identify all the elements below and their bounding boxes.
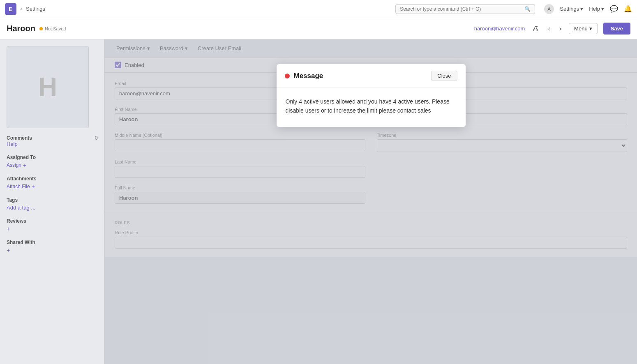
record-bar: Haroon Not Saved haroon@havenir.com 🖨 ‹ … (0, 18, 637, 39)
shared-plus-icon: + (7, 247, 10, 253)
reviews-add[interactable]: + (7, 226, 98, 232)
search-icon: 🔍 (524, 6, 531, 12)
not-saved-dot (39, 27, 43, 30)
sidebar-tags: Tags Add a tag ... (7, 197, 98, 211)
main-layout: H Comments 0 Help Assigned To Assign + A… (0, 39, 637, 364)
search-input[interactable] (400, 6, 522, 12)
attach-plus-icon: + (32, 183, 35, 190)
avatar[interactable]: A (544, 4, 554, 14)
top-nav: E > Settings 🔍 A Settings ▾ Help ▾ 💬 🔔 (0, 0, 637, 18)
assign-action[interactable]: Assign + (7, 162, 98, 168)
nav-right: A Settings ▾ Help ▾ 💬 🔔 (544, 4, 632, 14)
reviews-plus-icon: + (7, 226, 10, 232)
user-email-link[interactable]: haroon@havenir.com (474, 25, 525, 32)
chat-icon[interactable]: 💬 (610, 5, 618, 13)
help-nav-link[interactable]: Help ▾ (589, 6, 604, 12)
modal-overlay: Message Close Only 4 active users allowe… (105, 39, 637, 364)
next-button[interactable]: › (558, 23, 563, 34)
sidebar-assigned-to: Assigned To Assign + (7, 154, 98, 168)
sidebar-comments: Comments 0 Help (7, 135, 98, 147)
sidebar: H Comments 0 Help Assigned To Assign + A… (0, 39, 105, 364)
not-saved-badge: Not Saved (39, 26, 66, 31)
user-avatar: H (7, 46, 89, 128)
modal-title: Message (294, 72, 427, 80)
breadcrumb-sep: > (20, 6, 23, 12)
message-modal: Message Close Only 4 active users allowe… (277, 64, 466, 127)
help-link[interactable]: Help (7, 141, 18, 147)
modal-body: Only 4 active users allowed and you have… (277, 88, 466, 127)
menu-button[interactable]: Menu ▾ (569, 23, 598, 34)
sidebar-reviews: Reviews + (7, 218, 98, 232)
add-tag[interactable]: Add a tag ... (7, 205, 35, 211)
modal-header: Message Close (277, 64, 466, 88)
record-actions: haroon@havenir.com 🖨 ‹ › Menu ▾ Save (474, 23, 630, 35)
prev-button[interactable]: ‹ (546, 23, 552, 34)
bell-icon[interactable]: 🔔 (624, 5, 632, 13)
print-button[interactable]: 🖨 (531, 23, 540, 34)
sidebar-shared-with: Shared With + (7, 240, 98, 253)
sidebar-attachments: Attachments Attach File + (7, 176, 98, 190)
save-button[interactable]: Save (603, 23, 630, 35)
app-logo[interactable]: E (5, 3, 16, 15)
record-title: Haroon Not Saved (7, 24, 66, 33)
content-area: Permissions ▾ Password ▾ Create User Ema… (105, 39, 637, 364)
settings-nav-link[interactable]: Settings ▾ (560, 6, 583, 12)
modal-dot (285, 74, 290, 78)
modal-close-button[interactable]: Close (431, 71, 457, 81)
assign-plus-icon: + (23, 162, 26, 168)
breadcrumb-settings[interactable]: Settings (26, 6, 45, 12)
attach-action[interactable]: Attach File + (7, 183, 98, 190)
search-bar[interactable]: 🔍 (395, 4, 535, 14)
shared-add[interactable]: + (7, 247, 98, 253)
